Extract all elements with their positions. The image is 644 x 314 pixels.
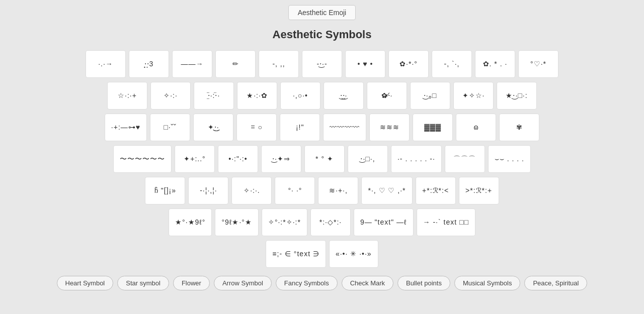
symbol-card-3-6[interactable]: ·- . . . . . -· — [391, 145, 442, 173]
symbol-card-3-5[interactable]: ·͜·□·, — [348, 145, 388, 173]
symbol-card-3-8[interactable]: ⌣⌣ . . . . — [488, 145, 531, 173]
symbol-card-1-4[interactable]: ·,○·• — [280, 82, 320, 110]
symbol-card-5-4[interactable]: 9— "text" —ℓ — [354, 208, 414, 236]
symbol-card-1-5[interactable]: ·͜·͜· — [324, 82, 364, 110]
symbol-row-3: 〜〜〜〜〜〜✦+:..°•·:"·:•·͜·✦⇒* ° ✦·͜·□·,·- . … — [113, 145, 531, 173]
symbol-card-3-4[interactable]: * ° ✦ — [304, 145, 345, 173]
symbol-card-4-2[interactable]: ✧·:·. — [231, 177, 272, 204]
symbol-card-1-7[interactable]: ·͜·ₒ□ — [410, 82, 450, 110]
symbol-card-6-0[interactable]: ≡;- ∈ °text ∋ — [266, 240, 326, 268]
symbol-card-0-8[interactable]: -, `·, — [432, 50, 472, 78]
symbol-row-4: ჩ "[]¡»-·¦·,¦·✧·:·.°· ·°≋·+·,*·, ♡ ♡ ,·*… — [145, 177, 499, 204]
symbol-card-0-10[interactable]: °♡·* — [518, 50, 558, 78]
symbol-card-4-6[interactable]: +*:ℛ*:< — [416, 177, 456, 204]
symbol-row-6: ≡;- ∈ °text ∋«·•· ✳ ·•·» — [266, 240, 378, 268]
symbol-card-1-0[interactable]: ☆·:·+ — [107, 82, 147, 110]
symbol-card-6-1[interactable]: «·•· ✳ ·•·» — [329, 240, 378, 268]
tag-btn-2[interactable]: Flower — [173, 276, 210, 290]
symbol-card-0-9[interactable]: ✿. * . · — [475, 50, 515, 78]
symbol-card-2-0[interactable]: ·+:—⊶♥ — [105, 114, 147, 141]
symbol-card-0-5[interactable]: -·͜·- — [302, 50, 342, 78]
symbol-card-3-0[interactable]: 〜〜〜〜〜〜 — [113, 145, 172, 173]
symbol-card-5-0[interactable]: ★°·★9ℓ° — [169, 208, 212, 236]
symbol-card-4-4[interactable]: ≋·+·, — [318, 177, 358, 204]
symbol-card-2-6[interactable]: ≋≋≋ — [369, 114, 410, 141]
tag-btn-6[interactable]: Bullet points — [397, 276, 450, 290]
symbol-row-2: ·+:—⊶♥□·˘˘✦·͜͜·= ○¡!"〰〰〰〰≋≋≋▓▓▓ɷ✾ — [105, 114, 539, 141]
symbol-card-0-7[interactable]: ✿·*·° — [388, 50, 429, 78]
symbol-card-2-7[interactable]: ▓▓▓ — [413, 114, 453, 141]
symbol-card-3-7[interactable]: ⌒⌒⌒ — [445, 145, 485, 173]
symbol-card-3-1[interactable]: ✦+:..° — [175, 145, 215, 173]
symbol-card-3-2[interactable]: •·:"·:• — [218, 145, 258, 173]
symbol-card-2-2[interactable]: ✦·͜͜· — [193, 114, 233, 141]
tag-btn-1[interactable]: Star symbol — [117, 276, 169, 290]
symbol-card-2-9[interactable]: ✾ — [499, 114, 539, 141]
symbol-card-1-1[interactable]: ✧·:· — [150, 82, 191, 110]
page-title: Aesthetic Symbols — [273, 28, 372, 41]
symbol-card-4-7[interactable]: >*:ℛ*:+ — [459, 177, 499, 204]
aesthetic-emoji-tab[interactable]: Aesthetic Emoji — [288, 5, 356, 20]
symbol-card-1-6[interactable]: ✿̶̶·̸· — [367, 82, 407, 110]
symbol-card-1-9[interactable]: ★·͜·□·: — [497, 82, 537, 110]
symbol-card-0-1[interactable]: ·̣̣̣̣̣̣·̣̣3 — [129, 50, 169, 78]
symbol-card-4-0[interactable]: ჩ "[]¡» — [145, 177, 185, 204]
symbol-card-0-0[interactable]: ·.·→ — [86, 50, 126, 78]
symbol-card-1-8[interactable]: ✦✧☆· — [453, 82, 494, 110]
symbol-card-0-6[interactable]: • ♥ • — [345, 50, 385, 78]
symbol-card-5-1[interactable]: °9ℓ★·°★ — [215, 208, 258, 236]
tag-btn-8[interactable]: Peace, Spiritual — [524, 276, 587, 290]
symbol-card-2-8[interactable]: ɷ — [456, 114, 496, 141]
symbol-card-2-1[interactable]: □·˘˘ — [150, 114, 190, 141]
symbol-card-3-3[interactable]: ·͜·✦⇒ — [261, 145, 301, 173]
tag-btn-7[interactable]: Musical Symbols — [454, 276, 521, 290]
symbol-card-1-3[interactable]: ★·:·✿ — [237, 82, 277, 110]
symbol-row-1: ☆·:·+✧·:··̤̈·:·̈·★·:·✿·,○·•·͜·͜·✿̶̶·̸··͜… — [107, 82, 537, 110]
symbol-card-0-3[interactable]: ✏ — [215, 50, 256, 78]
tag-btn-0[interactable]: Heart Symbol — [57, 276, 114, 290]
tag-btn-4[interactable]: Fancy Symbols — [276, 276, 338, 290]
symbol-row-0: ·.·→·̣̣̣̣̣̣·̣̣3——→✏-, ,,-·͜·-• ♥ •✿·*·°-… — [86, 50, 558, 78]
symbol-row-5: ★°·★9ℓ°°9ℓ★·°★✧°·:*✧·:**:·◇*:·9— "text" … — [169, 208, 475, 236]
symbol-card-4-5[interactable]: *·, ♡ ♡ ,·* — [361, 177, 412, 204]
tags-row: Heart SymbolStar symbolFlowerArrow Symbo… — [57, 276, 588, 290]
symbol-card-4-1[interactable]: -·¦·,¦· — [188, 177, 228, 204]
symbol-card-5-2[interactable]: ✧°·:*✧·:* — [262, 208, 307, 236]
symbol-card-2-3[interactable]: = ○ — [236, 114, 277, 141]
symbol-card-0-4[interactable]: -, ,, — [259, 50, 299, 78]
symbol-card-2-4[interactable]: ¡!" — [280, 114, 320, 141]
tag-btn-5[interactable]: Check Mark — [342, 276, 393, 290]
symbol-card-4-3[interactable]: °· ·° — [275, 177, 315, 204]
symbol-card-2-5[interactable]: 〰〰〰〰 — [323, 114, 366, 141]
symbol-card-1-2[interactable]: ·̤̈·:·̈· — [194, 82, 234, 110]
symbol-card-5-3[interactable]: *:·◇*:· — [310, 208, 351, 236]
tag-btn-3[interactable]: Arrow Symbol — [214, 276, 272, 290]
symbol-card-0-2[interactable]: ——→ — [172, 50, 212, 78]
symbol-card-5-5[interactable]: → -·` text □□ — [417, 208, 475, 236]
symbols-container: ·.·→·̣̣̣̣̣̣·̣̣3——→✏-, ,,-·͜·-• ♥ •✿·*·°-… — [25, 50, 619, 268]
